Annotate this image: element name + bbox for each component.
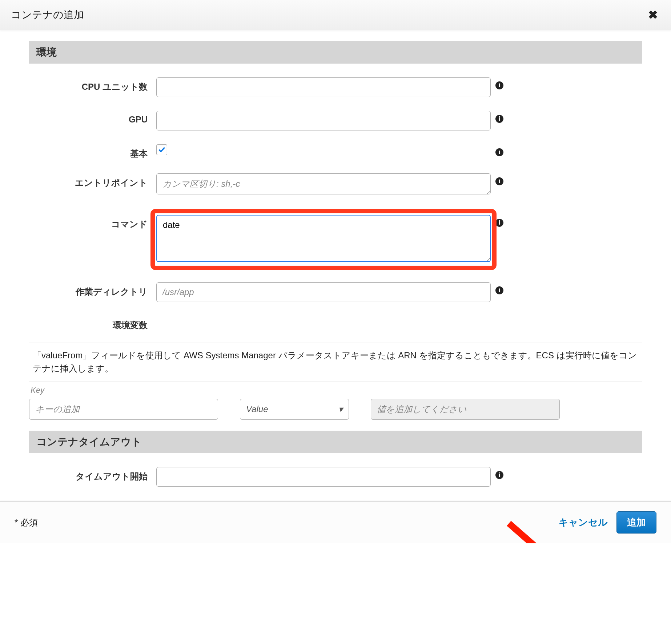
label-command: コマンド	[29, 215, 156, 230]
info-icon[interactable]: i	[491, 173, 505, 188]
input-cpu[interactable]	[156, 77, 491, 97]
section-header-environment: 環境	[29, 41, 642, 64]
textarea-command[interactable]	[156, 215, 491, 262]
svg-text:i: i	[499, 287, 500, 293]
input-gpu[interactable]	[156, 111, 491, 130]
select-env-type[interactable]: Value ▾	[240, 399, 349, 420]
label-envvar: 環境変数	[29, 316, 156, 331]
select-env-type-value: Value	[246, 404, 268, 414]
info-icon[interactable]: i	[491, 144, 505, 159]
modal-header: コンテナの追加 ✖	[0, 0, 671, 30]
row-workdir: 作業ディレクトリ i	[29, 282, 642, 302]
label-cpu: CPU ユニット数	[29, 77, 156, 93]
label-essential: 基本	[29, 144, 156, 160]
info-icon[interactable]: i	[491, 111, 505, 125]
modal-footer: * 必須 キャンセル 追加	[0, 501, 671, 543]
input-env-value[interactable]: 値を追加してください	[371, 399, 560, 420]
close-icon[interactable]: ✖	[646, 8, 660, 22]
chevron-down-icon: ▾	[338, 404, 343, 414]
info-icon[interactable]: i	[491, 282, 505, 297]
row-envvar-label: 環境変数	[29, 316, 642, 331]
svg-text:i: i	[499, 149, 500, 155]
svg-text:i: i	[499, 82, 500, 88]
textarea-entrypoint[interactable]	[156, 173, 491, 194]
envvar-note: 「valueFrom」フィールドを使用して AWS Systems Manage…	[29, 342, 642, 382]
label-workdir: 作業ディレクトリ	[29, 282, 156, 298]
checkbox-essential[interactable]	[156, 144, 167, 155]
section-header-timeout: コンテナタイムアウト	[29, 431, 642, 453]
required-note: * 必須	[15, 517, 38, 528]
input-env-key[interactable]	[29, 399, 218, 420]
row-cpu: CPU ユニット数 i	[29, 77, 642, 97]
svg-text:i: i	[499, 472, 500, 478]
info-icon[interactable]: i	[491, 77, 505, 92]
svg-text:i: i	[499, 178, 500, 184]
row-entrypoint: エントリポイント i	[29, 173, 642, 197]
info-icon[interactable]: i	[491, 467, 505, 482]
envvar-row: Value ▾ 値を追加してください	[29, 399, 642, 420]
label-gpu: GPU	[29, 111, 156, 125]
cancel-button[interactable]: キャンセル	[550, 511, 616, 534]
modal-title: コンテナの追加	[11, 8, 84, 22]
svg-text:i: i	[499, 116, 500, 122]
input-start-timeout[interactable]	[156, 467, 491, 487]
label-entrypoint: エントリポイント	[29, 173, 156, 189]
envvar-key-header: Key	[29, 382, 642, 397]
submit-button[interactable]: 追加	[616, 511, 656, 534]
label-start-timeout: タイムアウト開始	[29, 467, 156, 482]
row-gpu: GPU i	[29, 111, 642, 130]
row-start-timeout: タイムアウト開始 i	[29, 467, 642, 487]
input-workdir[interactable]	[156, 282, 491, 302]
row-essential: 基本 i	[29, 144, 642, 160]
row-command: コマンド i	[29, 215, 642, 264]
highlight-command	[150, 209, 497, 270]
svg-text:i: i	[499, 220, 500, 226]
